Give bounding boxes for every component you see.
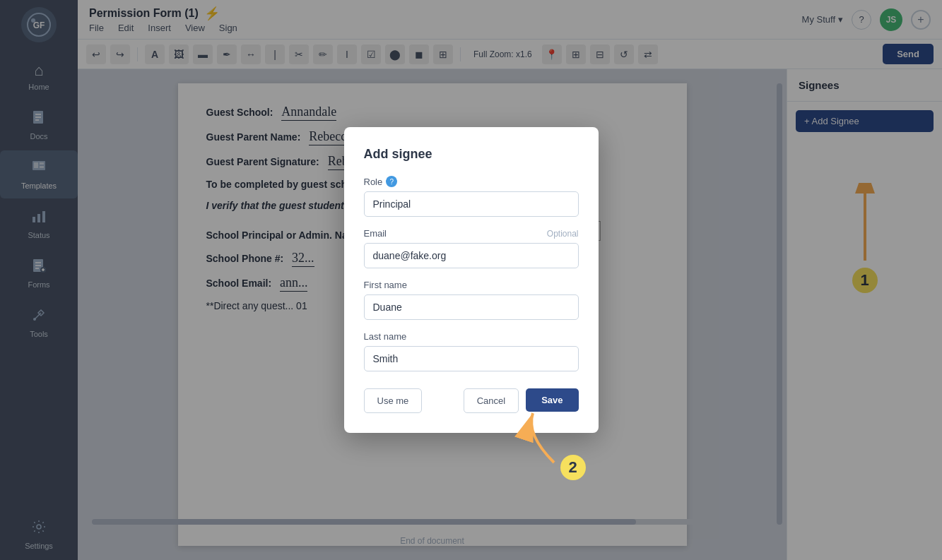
first-name-label: First name <box>364 280 579 290</box>
modal-title: Add signee <box>364 147 579 162</box>
number-badge-2: 2 <box>560 455 586 480</box>
email-optional-label: Optional <box>547 229 579 239</box>
role-help-icon[interactable]: ? <box>386 176 397 187</box>
role-form-group: Role ? <box>364 176 579 217</box>
last-name-label: Last name <box>364 331 579 342</box>
email-label-row: Email Optional <box>364 228 579 239</box>
email-input[interactable] <box>364 243 579 268</box>
email-form-group: Email Optional <box>364 228 579 268</box>
add-signee-modal: Add signee Role ? Email Optional First n… <box>344 127 599 433</box>
role-input[interactable] <box>364 191 579 217</box>
use-me-button[interactable]: Use me <box>364 388 423 413</box>
role-label: Role ? <box>364 176 579 187</box>
last-name-form-group: Last name <box>364 331 579 371</box>
modal-actions: Use me Cancel Save 2 <box>364 388 579 413</box>
modal-overlay: Add signee Role ? Email Optional First n… <box>0 0 942 560</box>
save-button-container: Save 2 <box>526 388 578 413</box>
first-name-input[interactable] <box>364 294 579 320</box>
last-name-input[interactable] <box>364 346 579 371</box>
arrow-2-svg <box>512 406 568 470</box>
first-name-form-group: First name <box>364 280 579 320</box>
cancel-button[interactable]: Cancel <box>464 388 519 413</box>
